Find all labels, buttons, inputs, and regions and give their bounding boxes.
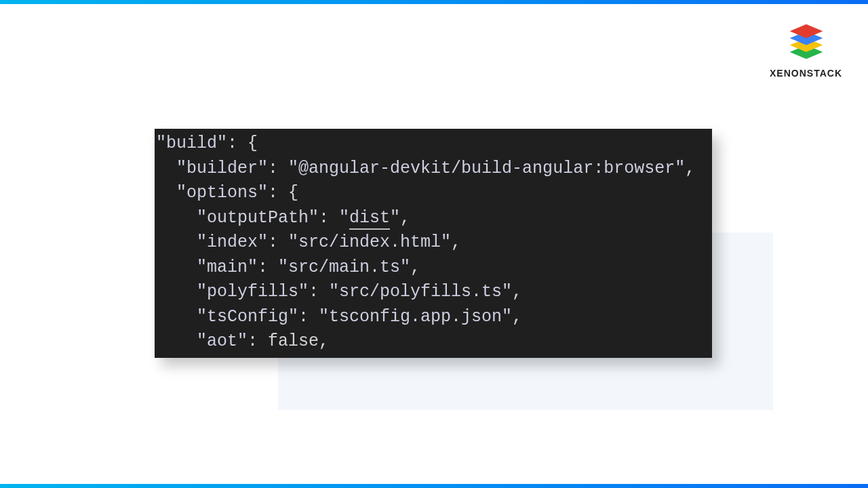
val-main: "src/main.ts"	[278, 258, 410, 277]
bottom-accent-bar	[0, 484, 868, 488]
val-index: "src/index.html"	[288, 232, 451, 252]
val-polyfills: "src/polyfills.ts"	[329, 282, 512, 302]
key-options: "options"	[176, 183, 268, 203]
val-aot: false	[268, 331, 319, 351]
key-main: "main"	[197, 258, 258, 277]
val-outputpath: dist	[349, 208, 390, 230]
key-polyfills: "polyfills"	[197, 282, 309, 302]
logo-stack-icon	[785, 19, 828, 62]
code-content: "build": { "builder": "@angular-devkit/b…	[155, 129, 712, 354]
key-index: "index"	[197, 232, 268, 252]
brand-logo: XENONSTACK	[770, 19, 842, 79]
key-tsconfig: "tsConfig"	[197, 307, 298, 327]
key-outputpath: "outputPath"	[197, 208, 319, 228]
top-accent-bar	[0, 0, 868, 4]
val-tsconfig: "tsconfig.app.json"	[319, 307, 512, 327]
val-builder: "@angular-devkit/build-angular:browser"	[288, 159, 685, 178]
code-snippet-card: "build": { "builder": "@angular-devkit/b…	[155, 129, 712, 358]
key-build: "build"	[156, 134, 227, 153]
brand-name: XENONSTACK	[770, 68, 842, 79]
key-aot: "aot"	[197, 331, 248, 351]
key-builder: "builder"	[176, 159, 268, 178]
